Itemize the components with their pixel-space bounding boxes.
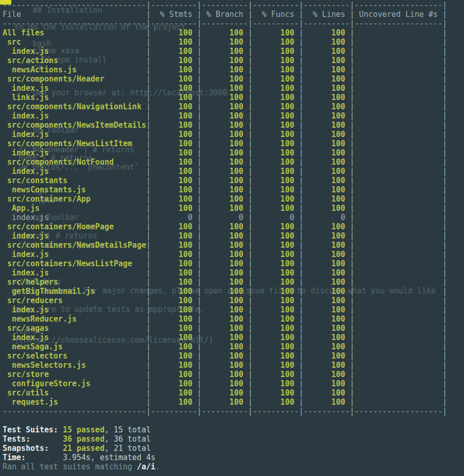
summary-row: Time: 3.954s, estimated 4s (3, 453, 160, 462)
coverage-row: src/utils | 100 | 100 | 100 | 100 | | (3, 388, 447, 398)
coverage-row: index.js | 100 | 100 | 100 | 100 | | (3, 167, 447, 176)
coverage-row: index.js | 100 | 100 | 100 | 100 | | (3, 305, 447, 314)
coverage-row: src/components/NewsItemDetails| 100 | 10… (3, 121, 447, 130)
coverage-row: newsActions.js | 100 | 100 | 100 | 100 |… (3, 65, 447, 74)
coverage-row: src/components/NotFound | 100 | 100 | 10… (3, 157, 447, 167)
coverage-row: src/actions | 100 | 100 | 100 | 100 | | (3, 56, 447, 65)
summary-row: Tests: 36 passed, 36 total (3, 434, 160, 444)
coverage-row: links.js | 100 | 100 | 100 | 100 | | (3, 93, 447, 102)
coverage-row: src | 100 | 100 | 100 | 100 | | (3, 37, 447, 47)
terminal-screen: ## Installationto do the installation of… (0, 0, 464, 476)
coverage-row: All files | 100 | 100 | 100 | 100 | | (3, 28, 447, 37)
coverage-row: src/components/Header | 100 | 100 | 100 … (3, 74, 447, 84)
test-summary: Test Suites: 15 passed, 15 totalTests: 3… (3, 425, 160, 471)
coverage-row: index.js | 100 | 100 | 100 | 100 | | (3, 148, 447, 157)
table-separator: -------------------------------|--------… (3, 407, 447, 416)
summary-row: Snapshots: 21 passed, 21 total (3, 444, 160, 453)
coverage-row: newsConstants.js | 100 | 100 | 100 | 100… (3, 185, 447, 194)
coverage-row: newsSelectors.js | 100 | 100 | 100 | 100… (3, 361, 447, 370)
terminal-cursor-artifact (0, 0, 11, 5)
coverage-row: index.js | 100 | 100 | 100 | 100 | | (3, 231, 447, 241)
coverage-row: src/containers/NewsDetailsPage| 100 | 10… (3, 241, 447, 250)
coverage-row: src/components/NavigationLink | 100 | 10… (3, 102, 447, 111)
coverage-row: src/containers/HomePage | 100 | 100 | 10… (3, 222, 447, 231)
coverage-row: src/helpers | 100 | 100 | 100 | 100 | | (3, 277, 447, 287)
coverage-row: index.js | 100 | 100 | 100 | 100 | | (3, 84, 447, 93)
coverage-row: configureStore.js | 100 | 100 | 100 | 10… (3, 379, 447, 388)
coverage-row: index.js | 100 | 100 | 100 | 100 | | (3, 111, 447, 121)
coverage-row: index.js | 0 | 0 | 0 | 0 | | (3, 213, 447, 222)
coverage-row: index.js | 100 | 100 | 100 | 100 | | (3, 333, 447, 342)
coverage-table: -------------------------------|--------… (3, 1, 447, 416)
coverage-row: src/sagas | 100 | 100 | 100 | 100 | | (3, 324, 447, 333)
summary-row: Test Suites: 15 passed, 15 total (3, 425, 160, 434)
coverage-row: src/constants | 100 | 100 | 100 | 100 | … (3, 176, 447, 185)
coverage-row: src/components/NewsListItem | 100 | 100 … (3, 139, 447, 148)
table-separator: -------------------------------|--------… (3, 19, 447, 28)
coverage-row: src/store | 100 | 100 | 100 | 100 | | (3, 370, 447, 379)
coverage-row: src/containers/NewsListPage | 100 | 100 … (3, 259, 447, 268)
coverage-row: index.js | 100 | 100 | 100 | 100 | | (3, 250, 447, 259)
coverage-row: newsReducer.js | 100 | 100 | 100 | 100 |… (3, 314, 447, 324)
table-header: File | % Stmts | % Branch | % Funcs | % … (3, 10, 447, 19)
coverage-row: src/reducers | 100 | 100 | 100 | 100 | | (3, 296, 447, 305)
run-footer: Ran all test suites matching /a/i. (3, 462, 160, 471)
table-separator: -------------------------------|--------… (3, 1, 447, 10)
coverage-row: newsSaga.js | 100 | 100 | 100 | 100 | | (3, 342, 447, 351)
coverage-row: src/selectors | 100 | 100 | 100 | 100 | … (3, 351, 447, 361)
coverage-row: App.js | 100 | 100 | 100 | 100 | | (3, 204, 447, 213)
coverage-row: index.js | 100 | 100 | 100 | 100 | | (3, 268, 447, 277)
coverage-row: index.js | 100 | 100 | 100 | 100 | | (3, 47, 447, 56)
coverage-row: index.js | 100 | 100 | 100 | 100 | | (3, 130, 447, 139)
coverage-row: request.js | 100 | 100 | 100 | 100 | | (3, 398, 447, 407)
coverage-row: getBigThumbnail.js | 100 | 100 | 100 | 1… (3, 287, 447, 296)
coverage-row: src/containers/App | 100 | 100 | 100 | 1… (3, 194, 447, 204)
